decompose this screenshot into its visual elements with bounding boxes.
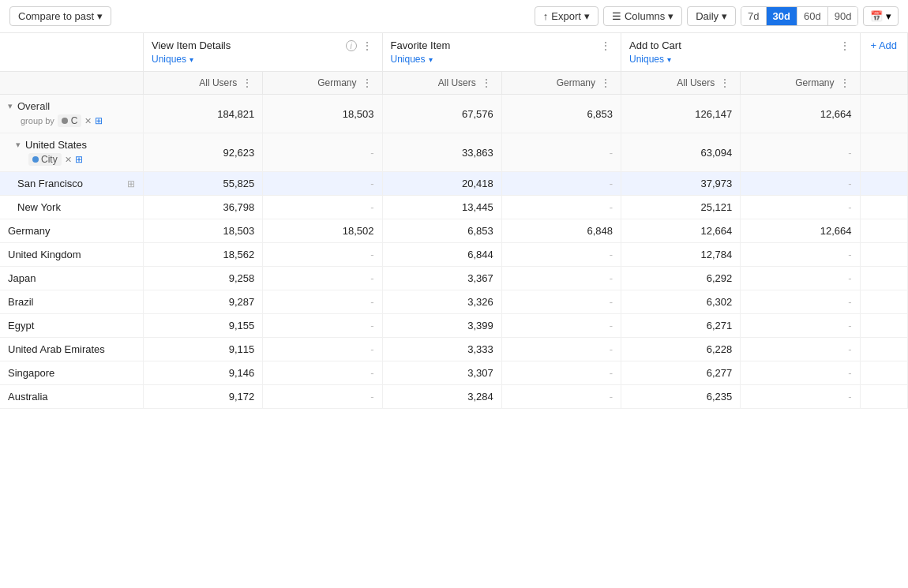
calendar-button[interactable]: 📅 ▾ xyxy=(863,6,899,26)
time-30d-button[interactable]: 30d xyxy=(767,7,797,25)
compare-button[interactable]: Compare to past ▾ xyxy=(9,6,111,26)
overall-filter-button[interactable]: ⊞ xyxy=(95,115,103,126)
cart-allusers-menu[interactable]: ⋮ xyxy=(718,77,732,89)
add-to-cart-sub[interactable]: Uniques ▾ xyxy=(629,54,681,65)
country-val-1-3: - xyxy=(501,243,621,267)
sf-filter-button[interactable]: ⊞ xyxy=(127,178,135,189)
country-name: Singapore xyxy=(8,367,54,379)
chevron-down-icon: ▾ xyxy=(97,10,103,22)
sf-label: San Francisco xyxy=(17,178,83,189)
vid-allusers-menu[interactable]: ⋮ xyxy=(240,77,254,89)
country-row: Singapore ⊞ 9,146-3,307-6,277- xyxy=(0,361,908,385)
country-row: Egypt ⊞ 9,155-3,399-6,271- xyxy=(0,314,908,338)
country-label-cell-5: United Arab Emirates ⊞ xyxy=(0,338,144,361)
country-val-6-3: - xyxy=(501,361,621,385)
country-add-1 xyxy=(860,243,908,267)
col-menu-button-1[interactable]: ⋮ xyxy=(360,39,374,52)
row-label-header xyxy=(0,33,144,72)
add-column-label: + Add xyxy=(870,39,897,51)
us-cart-germany: - xyxy=(741,133,860,172)
vid-germany-menu[interactable]: ⋮ xyxy=(360,77,374,89)
country-val-7-5: - xyxy=(741,385,860,409)
country-add-7 xyxy=(860,385,908,409)
country-name: United Arab Emirates xyxy=(8,343,105,355)
country-val-1-1: - xyxy=(263,243,382,267)
favorite-item-header: Favorite Item Uniques ▾ ⋮ xyxy=(382,33,621,72)
us-expand-icon[interactable]: ▾ xyxy=(16,140,21,150)
vid-germany-header: Germany ⋮ xyxy=(263,72,382,95)
country-val-7-4: 6,235 xyxy=(621,385,741,409)
chip-remove-button[interactable]: ✕ xyxy=(84,117,92,125)
columns-button[interactable]: ☰ Columns ▾ xyxy=(603,6,682,26)
country-val-4-0: 9,155 xyxy=(144,314,263,338)
country-val-4-3: - xyxy=(501,314,621,338)
ny-add xyxy=(860,196,908,219)
time-range-group: 7d 30d 60d 90d xyxy=(741,6,858,26)
toolbar: Compare to past ▾ ↑ Export ▾ ☰ Columns ▾… xyxy=(0,0,908,33)
calendar-chevron-icon: ▾ xyxy=(886,10,891,22)
favorite-item-sub[interactable]: Uniques ▾ xyxy=(391,54,451,65)
country-val-5-3: - xyxy=(501,338,621,361)
group-by-label: group by xyxy=(21,116,54,125)
fav-germany-menu[interactable]: ⋮ xyxy=(598,77,613,89)
ny-label-cell: New York ⊞ xyxy=(0,196,144,219)
us-city-filter-button[interactable]: ⊞ xyxy=(75,154,83,165)
country-val-3-1: - xyxy=(263,290,382,314)
export-chevron-icon: ▾ xyxy=(584,10,590,22)
col-menu-button-3[interactable]: ⋮ xyxy=(838,39,852,52)
ny-label: New York xyxy=(17,201,61,213)
daily-label: Daily xyxy=(696,10,719,22)
country-val-5-1: - xyxy=(263,338,382,361)
country-val-7-1: - xyxy=(263,385,382,409)
main-table: View Item Details Uniques ▾ i ⋮ xyxy=(0,33,908,409)
city-chip-remove[interactable]: ✕ xyxy=(65,155,72,164)
vid-allusers-header: All Users ⋮ xyxy=(144,72,263,95)
toolbar-right: ↑ Export ▾ ☰ Columns ▾ Daily ▾ 7d 30d 60… xyxy=(535,6,899,26)
country-name: Egypt xyxy=(8,320,34,331)
ny-fav-allusers: 13,445 xyxy=(382,196,501,219)
country-val-1-2: 6,844 xyxy=(382,243,501,267)
fav-germany-header: Germany ⋮ xyxy=(501,72,621,95)
country-val-1-4: 12,784 xyxy=(621,243,741,267)
add-column-header[interactable]: + Add xyxy=(860,33,908,72)
ny-cart-germany: - xyxy=(741,196,860,219)
country-val-5-4: 6,228 xyxy=(621,338,741,361)
country-name: Germany xyxy=(8,225,50,237)
time-7d-button[interactable]: 7d xyxy=(741,7,766,25)
calendar-icon: 📅 xyxy=(870,10,883,22)
info-icon-1[interactable]: i xyxy=(346,40,357,51)
country-val-1-5: - xyxy=(741,243,860,267)
country-name: United Kingdom xyxy=(8,249,81,260)
country-val-4-2: 3,399 xyxy=(382,314,501,338)
country-val-4-4: 6,271 xyxy=(621,314,741,338)
cart-germany-menu[interactable]: ⋮ xyxy=(838,77,852,89)
us-label-cell: ▾ United States ⊞ City ✕ ⊞ xyxy=(0,133,144,172)
export-icon: ↑ xyxy=(543,10,549,22)
columns-chevron-icon: ▾ xyxy=(668,10,673,22)
country-val-3-2: 3,326 xyxy=(382,290,501,314)
overall-expand-icon[interactable]: ▾ xyxy=(8,101,13,111)
view-item-details-sub[interactable]: Uniques ▾ xyxy=(152,54,231,65)
export-button[interactable]: ↑ Export ▾ xyxy=(535,6,598,26)
time-90d-button[interactable]: 90d xyxy=(828,7,858,25)
time-60d-button[interactable]: 60d xyxy=(797,7,828,25)
ny-cart-allusers: 25,121 xyxy=(621,196,741,219)
col-menu-button-2[interactable]: ⋮ xyxy=(598,39,613,52)
sf-vid-germany: - xyxy=(263,172,382,196)
country-label-cell-7: Australia ⊞ xyxy=(0,385,144,409)
cart-allusers-header: All Users ⋮ xyxy=(621,72,741,95)
fav-allusers-menu[interactable]: ⋮ xyxy=(479,77,493,89)
country-val-0-1: 18,502 xyxy=(263,219,382,243)
overall-cart-allusers: 126,147 xyxy=(621,95,741,133)
country-val-0-0: 18,503 xyxy=(144,219,263,243)
columns-icon: ☰ xyxy=(612,10,621,22)
fav-allusers-header: All Users ⋮ xyxy=(382,72,501,95)
overall-row: ▾ Overall group by C ✕ ⊞ 184,821 18,503 xyxy=(0,95,908,133)
us-add xyxy=(860,133,908,172)
country-val-2-3: - xyxy=(501,267,621,290)
overall-label: Overall xyxy=(17,100,50,112)
country-val-2-2: 3,367 xyxy=(382,267,501,290)
daily-button[interactable]: Daily ▾ xyxy=(687,6,736,26)
country-add-6 xyxy=(860,361,908,385)
new-york-row: New York ⊞ 36,798 - 13,445 - 25,121 - xyxy=(0,196,908,219)
